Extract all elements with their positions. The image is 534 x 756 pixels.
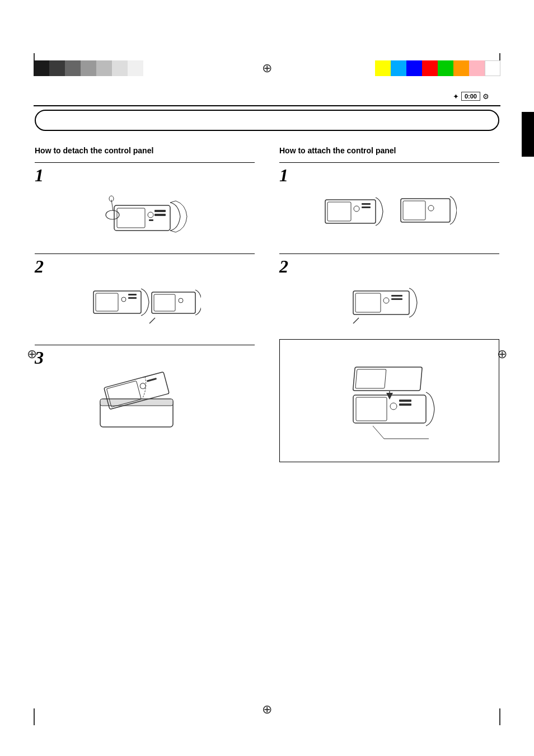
- detach-step-3-number: 3: [35, 349, 255, 367]
- detach-divider-1: [35, 162, 255, 163]
- note-box: [279, 339, 499, 462]
- svg-rect-27: [362, 203, 371, 205]
- main-content: How to detach the control panel 1: [35, 145, 499, 700]
- svg-rect-25: [327, 202, 351, 221]
- svg-rect-28: [362, 206, 371, 208]
- attach-title: How to attach the control panel: [279, 145, 499, 156]
- color-strip-right: [375, 60, 500, 76]
- svg-rect-0: [114, 205, 170, 231]
- attach-step-1-number: 1: [279, 166, 499, 184]
- svg-point-31: [428, 205, 434, 211]
- swatch-gray2: [81, 60, 96, 76]
- top-color-bar: ⊕: [34, 60, 500, 76]
- svg-rect-4: [154, 210, 166, 212]
- right-tab: [522, 112, 534, 157]
- swatch-gray4: [112, 60, 128, 76]
- svg-rect-43: [353, 367, 422, 391]
- svg-line-37: [353, 318, 359, 323]
- detach-step-2-number: 2: [35, 257, 255, 275]
- attach-illus-2: [348, 280, 432, 330]
- svg-rect-38: [353, 395, 426, 423]
- svg-point-26: [354, 206, 359, 212]
- svg-rect-14: [152, 292, 195, 313]
- svg-point-40: [390, 403, 397, 410]
- detach-step-2-image: [35, 280, 255, 336]
- bottom-line-left: [34, 708, 35, 725]
- svg-line-46: [373, 426, 384, 439]
- bottom-line-right: [499, 708, 500, 725]
- banner-bar: [35, 110, 499, 131]
- swatch-black2: [49, 60, 65, 76]
- svg-rect-1: [117, 208, 145, 228]
- svg-point-22: [139, 383, 146, 389]
- attach-illus-1: [322, 189, 457, 245]
- detach-illus-3: [95, 371, 195, 433]
- swatch-black1: [34, 60, 49, 76]
- clock-display-box: 0:00: [461, 92, 480, 101]
- swatch-yellow: [375, 60, 391, 76]
- detach-illus-2: [89, 280, 201, 336]
- top-crosshair: ⊕: [262, 61, 272, 76]
- svg-point-11: [121, 297, 126, 302]
- svg-point-16: [179, 298, 183, 303]
- bottom-crosshair: ⊕: [262, 702, 272, 717]
- attach-divider-1: [279, 162, 499, 163]
- svg-rect-12: [128, 294, 137, 295]
- svg-rect-30: [403, 201, 425, 220]
- detach-title: How to detach the control panel: [35, 145, 255, 156]
- svg-rect-15: [154, 294, 175, 311]
- swatch-white2: [485, 60, 500, 76]
- detach-illus-1: [97, 189, 193, 245]
- svg-rect-23: [146, 378, 156, 382]
- svg-point-34: [383, 298, 389, 303]
- svg-rect-35: [391, 295, 402, 297]
- detach-divider-2: [35, 253, 255, 254]
- svg-rect-5: [154, 214, 166, 216]
- attach-step-1-image: [279, 189, 499, 245]
- attach-note-illus: [339, 356, 440, 445]
- swatch-gray3: [96, 60, 112, 76]
- svg-point-2: [148, 212, 153, 218]
- svg-rect-13: [128, 297, 137, 299]
- swatch-cyan: [391, 60, 406, 76]
- detach-divider-3: [35, 345, 255, 345]
- attach-step-2-number: 2: [279, 257, 499, 275]
- color-strip-left: [34, 60, 143, 76]
- svg-rect-10: [96, 293, 118, 311]
- svg-rect-42: [399, 403, 411, 406]
- swatch-orange: [453, 60, 469, 76]
- swatch-gray1: [65, 60, 81, 76]
- gear-icon: ⚙: [483, 92, 489, 101]
- main-hr: [34, 105, 500, 106]
- svg-rect-36: [391, 298, 402, 300]
- clock-area: ✦ 0:00 ⚙: [453, 92, 489, 101]
- detach-step-1-image: [35, 189, 255, 245]
- swatch-red: [422, 60, 438, 76]
- swatch-blue: [406, 60, 422, 76]
- svg-line-17: [149, 318, 155, 323]
- detach-step-1-number: 1: [35, 166, 255, 184]
- swatch-white: [128, 60, 143, 76]
- attach-step-2-image: [279, 280, 499, 330]
- attach-section: How to attach the control panel 1: [266, 145, 499, 700]
- swatch-pink: [469, 60, 485, 76]
- svg-rect-33: [355, 293, 381, 312]
- svg-rect-32: [353, 291, 409, 314]
- detach-section: How to detach the control panel 1: [35, 145, 266, 700]
- star-icon: ✦: [453, 92, 459, 101]
- swatch-green: [438, 60, 453, 76]
- svg-rect-44: [355, 369, 386, 388]
- svg-rect-3: [149, 219, 153, 221]
- svg-rect-39: [356, 397, 387, 421]
- svg-rect-41: [399, 400, 411, 402]
- detach-step-3-image: [35, 371, 255, 433]
- attach-divider-2: [279, 253, 499, 254]
